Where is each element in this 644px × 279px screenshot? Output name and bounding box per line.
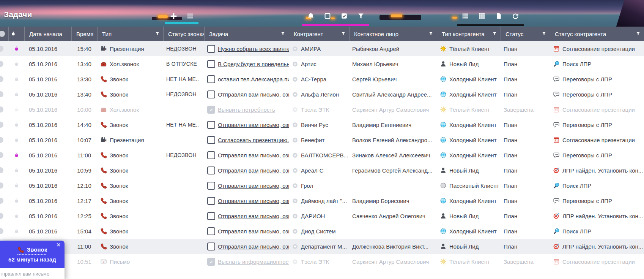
flame-icon[interactable]	[13, 198, 20, 204]
filter-icon[interactable]	[155, 31, 160, 37]
task-link[interactable]: В Среду.будет в понедельни	[218, 61, 289, 67]
table-row[interactable]: 05.10.201612:25ЗвонокОтправлял вам письм…	[0, 208, 644, 224]
column-header-4[interactable]: Тип	[97, 27, 163, 41]
table-row[interactable]: 05.10.201610:59ЗвонокОтправлял вам письм…	[0, 163, 644, 178]
task-link[interactable]: Отправлял вам письмо, озн	[218, 243, 289, 250]
plus-circle-icon[interactable]	[292, 122, 298, 128]
task-checkbox[interactable]	[207, 90, 215, 98]
table-row[interactable]: 05.10.201612:10ЗвонокОтправлял вам письм…	[0, 178, 644, 193]
column-header-10[interactable]: Статус	[501, 27, 550, 41]
flame-icon[interactable]	[13, 122, 20, 128]
task-link[interactable]: Отправлял вам письмо, озн	[218, 91, 289, 98]
table-row[interactable]: 05.10.201615:40ПрезентацияНЕДОЗВОННужно …	[0, 41, 644, 56]
table-row[interactable]: 05.10.201613:30ЗвонокНЕТ НА МЕ..оставил …	[0, 71, 644, 87]
flame-icon[interactable]	[13, 182, 20, 189]
table-row[interactable]: 05.10.201610:00Хол.звонокВыявить потребн…	[0, 102, 644, 117]
task-checkbox[interactable]	[207, 166, 215, 174]
column-header-9[interactable]: Тип контрагента	[437, 27, 501, 41]
flame-icon[interactable]	[13, 137, 20, 143]
task-link[interactable]: Отправлял вам письмо, озн	[218, 213, 289, 219]
column-header-11[interactable]: Статус контрагента	[550, 27, 644, 41]
column-header-6[interactable]: Задача	[204, 27, 289, 41]
task-checkbox[interactable]	[207, 212, 215, 220]
filter-icon[interactable]	[492, 31, 497, 37]
filter-icon[interactable]	[280, 31, 285, 37]
task-link[interactable]: Согласовать презентацию.	[218, 137, 289, 143]
task-checkbox[interactable]	[207, 106, 215, 114]
square-icon[interactable]	[319, 12, 336, 20]
list-view-icon[interactable]	[457, 12, 474, 20]
plus-circle-icon[interactable]	[292, 167, 298, 174]
column-header-8[interactable]: Контактное лицо	[349, 27, 437, 41]
table-row[interactable]: 05.10.201615:04ЗвонокОтправлял вам письм…	[0, 224, 644, 239]
plus-circle-icon[interactable]	[292, 198, 298, 204]
notification-title-link[interactable]: Звонок	[17, 246, 47, 255]
page-icon[interactable]	[490, 12, 507, 20]
task-link[interactable]: Нужно собрать всех заинте	[218, 46, 289, 52]
column-header-2[interactable]: Дата начала	[24, 27, 71, 41]
bell-icon[interactable]	[302, 12, 319, 20]
plus-circle-icon[interactable]	[292, 213, 298, 219]
plus-circle-icon[interactable]	[292, 76, 298, 82]
task-link[interactable]: Отправлял вам письмо, озн	[218, 122, 289, 128]
close-icon[interactable]: ✕	[56, 242, 61, 248]
plus-circle-icon[interactable]	[292, 152, 298, 159]
task-checkbox[interactable]	[207, 243, 215, 250]
plus-circle-icon[interactable]	[292, 61, 298, 67]
flame-icon[interactable]	[13, 228, 20, 235]
funnel-icon[interactable]	[353, 12, 369, 20]
task-checkbox[interactable]	[207, 121, 215, 129]
task-checkbox[interactable]	[207, 60, 215, 68]
task-checkbox[interactable]	[207, 197, 215, 205]
filter-icon[interactable]	[428, 31, 433, 37]
task-checkbox[interactable]	[207, 75, 215, 83]
task-link[interactable]: Выявить потребность	[218, 106, 275, 113]
plus-circle-icon[interactable]	[292, 182, 298, 189]
flame-icon[interactable]	[13, 61, 20, 67]
plus-circle-icon[interactable]	[292, 137, 298, 143]
plus-circle-icon[interactable]	[292, 91, 298, 98]
table-row[interactable]: 05.10.201612:17ЗвонокОтправлял вам письм…	[0, 193, 644, 208]
flame-icon[interactable]	[13, 152, 20, 159]
task-link[interactable]: Отправлял вам письмо, озн	[218, 182, 289, 189]
plus-circle-icon[interactable]	[292, 46, 298, 52]
task-link[interactable]: Отправлял вам письмо, озн	[218, 228, 289, 235]
table-row[interactable]: 05.10.201610:07ПрезентацияСогласовать пр…	[0, 132, 644, 147]
flame-icon[interactable]	[13, 167, 20, 174]
filter-icon[interactable]	[636, 31, 641, 37]
check-square-icon[interactable]	[336, 12, 353, 20]
plus-circle-icon[interactable]	[292, 243, 298, 250]
task-link[interactable]: Отправлял вам письмо, озн	[218, 152, 289, 159]
filter-icon[interactable]	[341, 31, 346, 37]
task-checkbox[interactable]	[207, 227, 215, 235]
table-row[interactable]: 10:51ПисьмоВыслать информационноеТэсла Э…	[0, 254, 644, 269]
flame-icon[interactable]	[13, 91, 20, 98]
table-row[interactable]: 05.10.201614:40ЗвонокНЕТ НА МЕ..Отправля…	[0, 117, 644, 132]
task-link[interactable]: оставил тел.Александра.пи	[218, 76, 289, 82]
task-link[interactable]: Отправлял вам письмо, озн	[218, 198, 289, 204]
flame-icon[interactable]	[13, 213, 20, 219]
column-header-1[interactable]	[8, 27, 24, 41]
plus-circle-icon[interactable]	[292, 228, 298, 235]
column-header-7[interactable]: Контрагент	[289, 27, 349, 41]
grid-view-icon[interactable]	[474, 12, 490, 20]
column-header-3[interactable]: Время	[71, 27, 97, 41]
task-link[interactable]: Выслать информационное	[218, 258, 289, 265]
menu-icon[interactable]	[182, 12, 198, 20]
flame-icon[interactable]	[13, 76, 20, 82]
table-row[interactable]: 05.10.201613:40Хол.звонокВ ОТПУСКЕВ Сред…	[0, 56, 644, 71]
flame-icon[interactable]	[13, 46, 20, 52]
column-header-0[interactable]	[0, 27, 8, 41]
column-header-5[interactable]: Статус звонка	[163, 27, 204, 41]
filter-icon[interactable]	[542, 31, 546, 37]
refresh-icon[interactable]	[507, 12, 524, 20]
task-checkbox[interactable]	[207, 151, 215, 159]
plus-circle-icon[interactable]	[292, 258, 298, 265]
task-checkbox[interactable]	[207, 136, 215, 144]
task-checkbox[interactable]	[207, 182, 215, 190]
table-row[interactable]: 05.10.201611:00ЗвонокНЕДОЗВОНОтправлял в…	[0, 147, 644, 163]
task-checkbox[interactable]	[207, 258, 215, 266]
task-checkbox[interactable]	[207, 45, 215, 53]
plus-circle-icon[interactable]	[292, 106, 298, 113]
flame-icon[interactable]	[13, 106, 20, 113]
